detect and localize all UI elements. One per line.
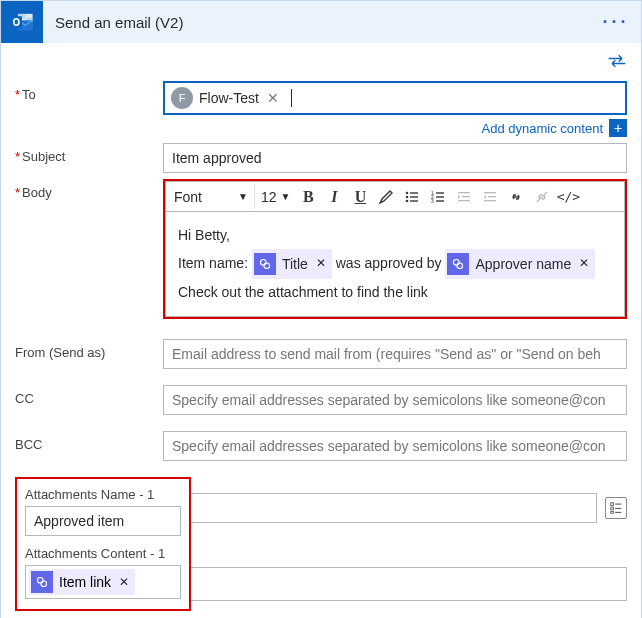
svg-rect-2: [25, 14, 32, 18]
more-menu-button[interactable]: ···: [601, 7, 631, 37]
text-cursor: [291, 89, 292, 107]
attachment-content-label: Attachments Content - 1: [25, 546, 181, 561]
svg-point-11: [406, 199, 409, 202]
italic-button[interactable]: I: [322, 185, 346, 209]
svg-point-9: [406, 195, 409, 198]
bold-button[interactable]: B: [296, 185, 320, 209]
svg-point-28: [454, 259, 460, 265]
svg-point-29: [457, 263, 463, 269]
code-view-button[interactable]: </>: [556, 185, 580, 209]
svg-rect-32: [611, 503, 614, 506]
svg-rect-19: [458, 192, 470, 193]
dynamic-token-approver[interactable]: Approver name ✕: [445, 249, 595, 280]
add-dynamic-content-link[interactable]: Add dynamic content: [482, 121, 603, 136]
svg-point-7: [406, 191, 409, 194]
svg-rect-34: [611, 511, 614, 513]
svg-rect-8: [410, 192, 418, 193]
body-label: *Body: [15, 179, 163, 200]
unlink-button[interactable]: [530, 185, 554, 209]
from-input[interactable]: [163, 339, 627, 369]
svg-rect-24: [484, 200, 496, 201]
bcc-input[interactable]: [163, 431, 627, 461]
underline-button[interactable]: U: [348, 185, 372, 209]
caret-down-icon: ▼: [281, 191, 291, 202]
outlook-icon: [1, 1, 43, 43]
token-remove-icon[interactable]: ✕: [579, 252, 589, 275]
token-remove-icon[interactable]: ✕: [316, 252, 326, 275]
bullet-list-button[interactable]: [400, 185, 424, 209]
font-select[interactable]: Font▼: [170, 185, 255, 209]
dynamic-token-title[interactable]: Title ✕: [252, 249, 332, 280]
svg-rect-20: [462, 196, 470, 197]
to-input[interactable]: F Flow-Test ✕: [163, 81, 627, 115]
svg-point-26: [260, 259, 266, 265]
recipient-chip-label: Flow-Test: [199, 90, 259, 106]
attachment-name-label: Attachments Name - 1: [25, 487, 181, 502]
subject-input[interactable]: [163, 143, 627, 173]
token-remove-icon[interactable]: ✕: [119, 575, 129, 589]
font-size-select[interactable]: 12▼: [257, 185, 294, 209]
body-content[interactable]: Hi Betty, Item name: Title ✕ was approve…: [165, 211, 625, 317]
svg-rect-23: [488, 196, 496, 197]
svg-rect-18: [436, 200, 444, 201]
svg-rect-21: [458, 200, 470, 201]
recipient-remove-icon[interactable]: ✕: [267, 90, 279, 106]
sharepoint-token-icon: [254, 253, 276, 275]
svg-rect-12: [410, 200, 418, 201]
number-list-button[interactable]: 1 2 3: [426, 185, 450, 209]
editor-toolbar: Font▼ 12▼ B I U: [165, 181, 625, 211]
attachment-content-input-ext[interactable]: [191, 567, 627, 601]
recipient-avatar: F: [171, 87, 193, 109]
body-editor: Font▼ 12▼ B I U: [163, 179, 627, 319]
to-label: *To: [15, 81, 163, 102]
svg-point-31: [41, 581, 47, 587]
svg-point-27: [264, 263, 270, 269]
cc-label: CC: [15, 385, 163, 406]
attachments-section: Attachments Name - 1 Approved item Attac…: [15, 477, 191, 611]
svg-rect-14: [436, 192, 444, 193]
outdent-button[interactable]: [452, 185, 476, 209]
body-line: Check out the attachment to find the lin…: [178, 279, 612, 306]
svg-point-30: [37, 577, 43, 583]
bcc-label: BCC: [15, 431, 163, 452]
card-header: Send an email (V2) ···: [1, 1, 641, 43]
attachment-content-input[interactable]: Item link ✕: [25, 565, 181, 599]
sharepoint-token-icon: [31, 571, 53, 593]
svg-text:3: 3: [431, 197, 434, 203]
body-line: Hi Betty,: [178, 222, 612, 249]
body-line: Item name: Title ✕ was approved by: [178, 249, 612, 280]
indent-button[interactable]: [478, 185, 502, 209]
attachment-name-input-ext[interactable]: [191, 493, 597, 523]
from-label: From (Send as): [15, 339, 163, 360]
sharepoint-token-icon: [447, 253, 469, 275]
swap-connection-icon[interactable]: [607, 53, 627, 73]
svg-rect-22: [484, 192, 496, 193]
cc-input[interactable]: [163, 385, 627, 415]
subject-label: *Subject: [15, 143, 163, 164]
svg-rect-16: [436, 196, 444, 197]
svg-rect-10: [410, 196, 418, 197]
switch-array-mode-button[interactable]: [605, 497, 627, 519]
add-dynamic-plus-icon[interactable]: +: [609, 119, 627, 137]
attachment-name-input[interactable]: Approved item: [25, 506, 181, 536]
link-button[interactable]: [504, 185, 528, 209]
card-title: Send an email (V2): [55, 14, 601, 31]
dynamic-token-item-link[interactable]: Item link ✕: [29, 569, 135, 595]
caret-down-icon: ▼: [238, 191, 248, 202]
email-action-card: Send an email (V2) ··· *To F Flow-Test ✕: [0, 0, 642, 618]
svg-rect-33: [611, 507, 614, 510]
highlight-button[interactable]: [374, 185, 398, 209]
